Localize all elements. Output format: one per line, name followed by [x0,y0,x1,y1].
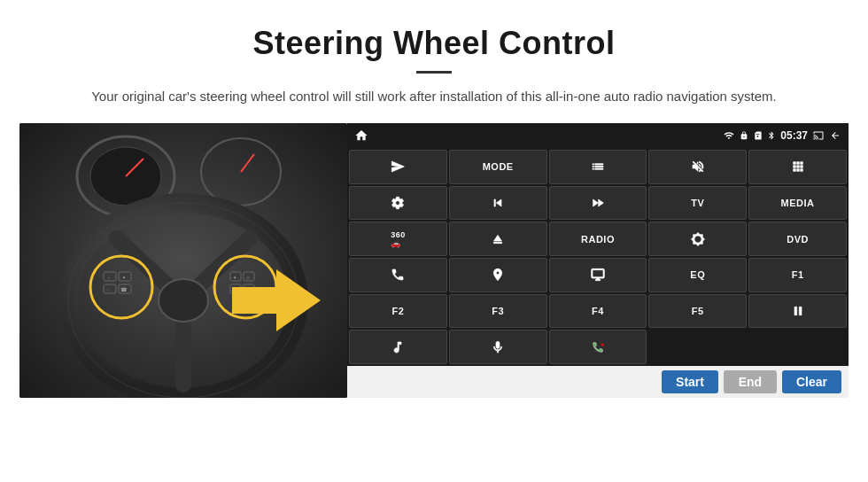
svg-text:✦: ✦ [233,276,236,280]
svg-point-11 [159,279,208,322]
status-left [354,128,368,143]
ctrl-brightness[interactable] [648,222,747,256]
svg-rect-15 [104,284,116,293]
header-section: Steering Wheel Control Your original car… [0,0,868,123]
ctrl-rewind[interactable] [449,186,547,221]
steering-wheel-image: + ✦ - ☎ ✦ ◇ ◇ ◇ [19,123,347,398]
svg-text:☎: ☎ [120,287,128,292]
wifi-icon [723,130,735,141]
clear-button[interactable]: Clear [782,370,841,393]
ctrl-apps[interactable] [748,150,847,184]
ctrl-f2[interactable]: F2 [349,294,447,329]
ctrl-display[interactable] [549,258,647,292]
ctrl-radio[interactable]: RADIO [549,222,647,256]
ctrl-media[interactable]: MEDIA [748,186,847,221]
cast-icon [812,130,825,141]
home-icon [354,128,368,143]
ctrl-fast-forward[interactable] [549,186,647,221]
bluetooth-icon [767,129,776,142]
ctrl-answer-hang[interactable] [549,330,647,364]
control-grid: MODE [347,148,849,366]
android-panel: 05:37 MODE [347,123,849,398]
end-button[interactable]: End [724,370,777,393]
ctrl-volume-mute[interactable] [648,150,747,184]
ctrl-f1[interactable]: F1 [748,258,847,292]
ctrl-eq[interactable]: EQ [648,258,747,292]
svg-text:✦: ✦ [122,276,126,280]
start-button[interactable]: Start [662,370,718,393]
lock-icon [740,130,748,141]
bottom-bar: Start End Clear [347,366,849,398]
ctrl-empty [648,330,747,364]
status-bar: 05:37 [347,123,849,148]
ctrl-dvd[interactable]: DVD [748,222,847,256]
ctrl-f4[interactable]: F4 [549,294,647,329]
back-icon [829,130,841,141]
ctrl-play-pause[interactable] [748,294,847,329]
svg-rect-13 [104,272,116,281]
svg-text:+: + [107,276,110,280]
sim-icon [753,130,763,141]
ctrl-microphone[interactable] [449,330,547,364]
ctrl-f3[interactable]: F3 [449,294,547,329]
subtitle-text: Your original car's steering wheel contr… [53,86,815,107]
ctrl-tv[interactable]: TV [648,186,747,221]
status-time: 05:37 [780,129,808,142]
content-area: + ✦ - ☎ ✦ ◇ ◇ ◇ [0,123,868,398]
ctrl-music[interactable] [349,330,447,364]
status-right: 05:37 [723,129,841,142]
ctrl-navi[interactable] [449,258,547,292]
ctrl-list[interactable] [549,150,647,184]
page-wrapper: Steering Wheel Control Your original car… [0,0,868,398]
ctrl-send[interactable] [349,150,447,184]
page-title: Steering Wheel Control [53,25,815,62]
svg-text:◇: ◇ [246,276,250,280]
ctrl-phone[interactable] [349,258,447,292]
ctrl-settings[interactable] [349,186,447,221]
ctrl-empty2 [748,330,847,364]
title-divider [416,71,452,74]
ctrl-mode[interactable]: MODE [449,150,547,184]
ctrl-f5[interactable]: F5 [648,294,747,329]
ctrl-360cam[interactable]: 360🚗 [349,222,447,256]
ctrl-eject[interactable] [449,222,547,256]
